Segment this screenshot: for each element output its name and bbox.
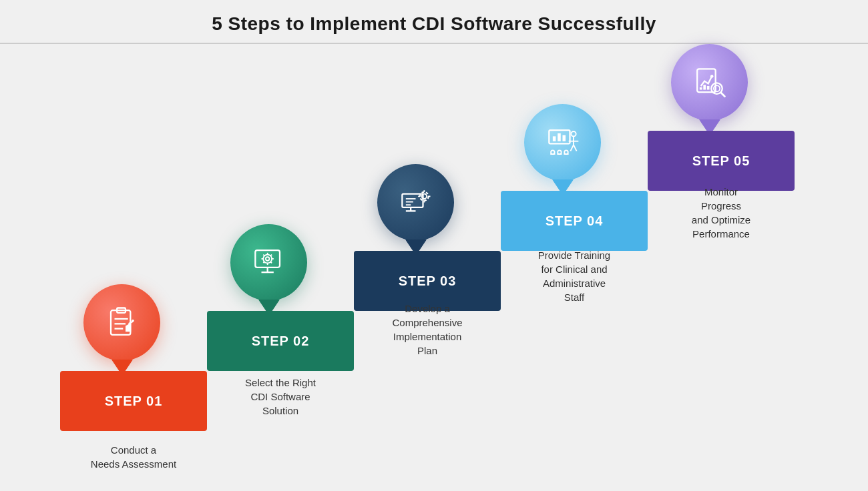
svg-line-19 <box>263 262 264 264</box>
analytics-icon <box>691 64 728 101</box>
step2-block: STEP 02 <box>207 311 354 371</box>
svg-rect-55 <box>707 86 710 90</box>
svg-point-51 <box>714 85 720 91</box>
step3-desc: Develop a Comprehensive Implementation P… <box>354 302 501 358</box>
staircase-container: STEP 01 Conduct a Needs Assessment <box>27 51 841 464</box>
svg-point-11 <box>266 257 270 261</box>
svg-rect-53 <box>700 87 702 90</box>
page-title: 5 Steps to Implement CDI Software Succes… <box>0 13 868 35</box>
step4-block: STEP 04 <box>501 191 648 251</box>
step4-desc: Provide Training for Clinical and Admini… <box>501 248 648 304</box>
svg-point-6 <box>132 320 134 322</box>
step1-desc: Conduct a Needs Assessment <box>60 443 207 471</box>
step1-bubble <box>83 284 160 361</box>
svg-line-17 <box>270 262 272 264</box>
svg-rect-54 <box>703 85 706 89</box>
svg-point-49 <box>710 75 714 78</box>
step3-label: STEP 03 <box>399 274 457 289</box>
step3-bubble <box>377 164 454 241</box>
code-monitor-icon <box>250 244 287 281</box>
step4-bubble <box>524 104 601 181</box>
step2-desc: Select the Right CDI Software Solution <box>207 376 354 418</box>
training-icon <box>544 124 581 161</box>
svg-line-41 <box>574 145 577 151</box>
step5-label: STEP 05 <box>692 153 750 169</box>
svg-line-16 <box>263 255 264 256</box>
svg-rect-35 <box>558 133 561 141</box>
step5-desc: Monitor Progress and Optimize Performanc… <box>648 185 795 241</box>
step4-label: STEP 04 <box>546 213 604 229</box>
step2-bubble <box>230 224 307 301</box>
svg-line-52 <box>721 93 725 97</box>
svg-line-40 <box>570 145 574 151</box>
page-container: 5 Steps to Implement CDI Software Succes… <box>0 0 868 491</box>
svg-point-10 <box>263 255 272 264</box>
step2-label: STEP 02 <box>252 334 310 349</box>
step1-label: STEP 01 <box>105 394 163 409</box>
svg-rect-36 <box>563 135 566 141</box>
clipboard-icon <box>103 304 140 341</box>
title-section: 5 Steps to Implement CDI Software Succes… <box>0 13 868 44</box>
svg-rect-34 <box>553 136 556 141</box>
svg-point-37 <box>571 131 576 136</box>
step1-block: STEP 01 <box>60 371 207 431</box>
gear-monitor-icon <box>397 184 434 221</box>
ground-line <box>60 438 795 439</box>
svg-line-18 <box>270 255 272 256</box>
step5-bubble <box>671 44 748 121</box>
step5-block: STEP 05 <box>648 131 795 191</box>
